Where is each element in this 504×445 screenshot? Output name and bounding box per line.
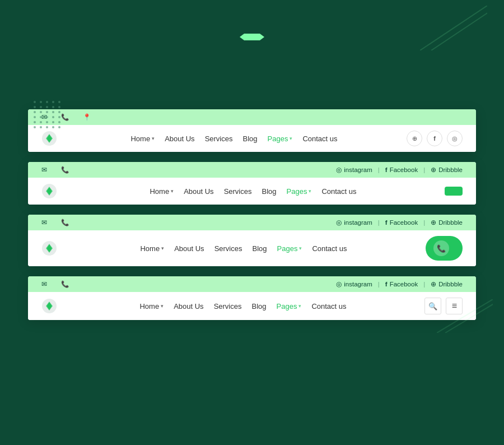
nav-links-1: Home ▾ About Us Services Blog Pages ▾ Co…	[130, 135, 337, 143]
nav-pages-2[interactable]: Pages ▾	[287, 187, 312, 196]
nav-right-3: 📞	[426, 236, 463, 261]
nav-about-2[interactable]: About Us	[184, 187, 213, 196]
nav-blog-3[interactable]: Blog	[252, 244, 267, 253]
nav-pages-4[interactable]: Pages ▾	[277, 302, 302, 310]
nav-blog-4[interactable]: Blog	[251, 302, 266, 310]
topbar-instagram-4[interactable]: ◎ instagram	[336, 280, 372, 288]
topbar-facebook-2[interactable]: f Facebook	[385, 166, 418, 173]
topbar-2: ✉ 📞 ◎ instagram | f Facebook | ⊕ Dribbbl…	[28, 162, 476, 178]
insta-icon-2: ◎	[336, 166, 342, 174]
nav-blog-1[interactable]: Blog	[242, 135, 257, 143]
topbar-facebook-3[interactable]: f Facebook	[385, 219, 418, 226]
nav-about-4[interactable]: About Us	[174, 302, 203, 310]
nav-home-3[interactable]: Home ▾	[140, 244, 164, 253]
topbar-dribbble-3[interactable]: ⊕ Dribbble	[431, 219, 463, 226]
email-icon-4: ✉	[41, 280, 47, 288]
logo-1[interactable]	[41, 131, 62, 146]
navbar-2: Home ▾ About Us Services Blog Pages ▾ Co…	[28, 178, 476, 205]
logo-icon-4	[41, 298, 57, 314]
sep-1-2: |	[378, 166, 380, 173]
nav-home-1[interactable]: Home ▾	[130, 135, 155, 143]
nav-about-3[interactable]: About Us	[174, 244, 204, 253]
topbar-email-2: ✉	[41, 166, 50, 174]
topbar-phone-1: 📞	[61, 113, 72, 121]
social-instagram-1[interactable]: ◎	[447, 131, 463, 146]
topbar-3-left: ✉ 📞	[41, 219, 72, 226]
nav-home-4[interactable]: Home ▾	[139, 302, 164, 310]
insta-icon-3: ◎	[336, 219, 342, 226]
logo-2[interactable]	[41, 183, 62, 199]
phone-circle-icon: 📞	[433, 240, 449, 256]
logo-icon-3	[41, 240, 57, 256]
navbar-1: Home ▾ About Us Services Blog Pages ▾ Co…	[28, 125, 476, 152]
contact-now-button[interactable]: 📞	[426, 236, 463, 261]
nav-pages-3[interactable]: Pages ▾	[277, 244, 302, 253]
topbar-phone-4: 📞	[61, 280, 72, 288]
nav-about-1[interactable]: About Us	[165, 135, 194, 143]
topbar-instagram-3[interactable]: ◎ instagram	[336, 219, 372, 226]
chevron-pages-4: ▾	[298, 303, 301, 309]
nav-pages-1[interactable]: Pages ▾	[268, 135, 293, 143]
logo-icon-2	[41, 183, 57, 199]
nav-links-4: Home ▾ About Us Services Blog Pages ▾ Co…	[139, 302, 346, 310]
topbar-dribbble-4[interactable]: ⊕ Dribbble	[431, 280, 463, 288]
topbar-3: ✉ 📞 ◎ instagram | f Facebook | ⊕ Dribbbl…	[28, 215, 476, 230]
topbar-dribbble-2[interactable]: ⊕ Dribbble	[431, 166, 463, 174]
logo-3[interactable]	[41, 240, 62, 256]
insta-icon-4: ◎	[336, 280, 342, 288]
chevron-home-4: ▾	[161, 303, 164, 309]
chevron-home-1: ▾	[152, 136, 155, 141]
nav-contact-3[interactable]: Contact us	[312, 244, 347, 253]
logo-icon-1	[41, 131, 57, 146]
phone-icon-2: 📞	[61, 166, 69, 174]
topbar-2-right: ◎ instagram | f Facebook | ⊕ Dribbble	[336, 166, 463, 174]
topbar-3-right: ◎ instagram | f Facebook | ⊕ Dribbble	[336, 219, 463, 226]
topbar-instagram-2[interactable]: ◎ instagram	[336, 166, 372, 174]
nav-services-4[interactable]: Services	[214, 302, 242, 310]
logo-4[interactable]	[41, 298, 62, 314]
header-card-4: ✉ 📞 ◎ instagram | f Facebook | ⊕ Dribbbl…	[28, 276, 476, 320]
nav-home-2[interactable]: Home ▾	[150, 187, 174, 196]
phone-icon-4: 📞	[61, 280, 69, 288]
topbar-4-right: ◎ instagram | f Facebook | ⊕ Dribbble	[336, 280, 463, 288]
fb-icon-3: f	[385, 219, 388, 226]
sep-2-3: |	[423, 219, 425, 226]
email-icon-3: ✉	[41, 219, 47, 226]
nav-contact-1[interactable]: Contact us	[302, 135, 337, 143]
deco-bottom-right	[437, 299, 493, 333]
topbar-email-4: ✉	[41, 280, 50, 288]
nav-services-1[interactable]: Services	[205, 135, 233, 143]
nav-services-2[interactable]: Services	[224, 187, 252, 196]
get-started-button[interactable]	[445, 187, 463, 196]
social-dribbble-1[interactable]: ⊕	[407, 131, 422, 146]
topbar-4: ✉ 📞 ◎ instagram | f Facebook | ⊕ Dribbbl…	[28, 276, 476, 292]
header-card-3: ✉ 📞 ◎ instagram | f Facebook | ⊕ Dribbbl…	[28, 215, 476, 266]
sep-2-2: |	[423, 166, 425, 173]
hero-subtitle	[11, 66, 493, 81]
chevron-pages-1: ▾	[290, 136, 292, 141]
social-facebook-1[interactable]: f	[427, 131, 442, 146]
topbar-email-3: ✉	[41, 219, 50, 226]
navbar-4: Home ▾ About Us Services Blog Pages ▾ Co…	[28, 292, 476, 320]
topbar-facebook-4[interactable]: f Facebook	[385, 281, 418, 288]
topbar-4-left: ✉ 📞	[41, 280, 72, 288]
nav-contact-2[interactable]: Contact us	[321, 187, 356, 196]
nav-right-2	[445, 187, 463, 196]
svg-line-2	[437, 299, 493, 333]
hero-section: const dotsContainer = document.querySele…	[0, 0, 504, 104]
nav-contact-4[interactable]: Contact us	[311, 302, 346, 310]
phone-icon-3: 📞	[61, 219, 69, 226]
nav-links-3: Home ▾ About Us Services Blog Pages ▾ Co…	[140, 244, 347, 253]
sep-1-3: |	[378, 219, 380, 226]
nav-blog-2[interactable]: Blog	[262, 187, 276, 196]
location-icon-1: 📍	[83, 113, 91, 121]
drib-icon-2: ⊕	[431, 166, 436, 174]
fb-icon-2: f	[385, 166, 388, 173]
topbar-2-left: ✉ 📞	[41, 166, 72, 174]
fb-icon-4: f	[385, 281, 388, 288]
chevron-home-3: ▾	[161, 245, 164, 251]
nav-services-3[interactable]: Services	[214, 244, 242, 253]
sep-1-4: |	[378, 281, 380, 288]
topbar-1: ✉ 📞 📍	[28, 109, 476, 125]
navbar-3: Home ▾ About Us Services Blog Pages ▾ Co…	[28, 230, 476, 266]
